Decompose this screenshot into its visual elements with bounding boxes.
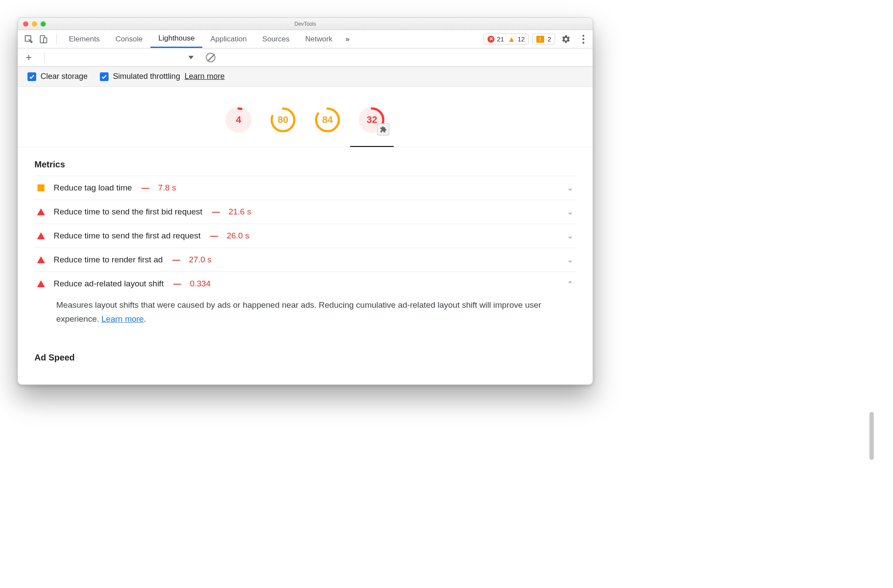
score-gauges: 4808432: [18, 87, 593, 147]
gauge-value: 4: [225, 107, 252, 133]
metrics-heading: Metrics: [34, 160, 576, 170]
adspeed-heading: Ad Speed: [34, 353, 576, 363]
tab-console[interactable]: Console: [108, 30, 150, 48]
metric-value: 21.6 s: [228, 207, 251, 217]
window-title: DevTools: [18, 21, 593, 27]
checkbox-checked-icon: [27, 72, 36, 81]
metric-label: Reduce tag load time: [54, 183, 132, 193]
gauge-value: 84: [314, 107, 341, 133]
triangle-red-icon: [37, 232, 45, 239]
triangle-red-icon: [37, 280, 45, 287]
more-options-button[interactable]: [577, 34, 590, 44]
main-tabs: ElementsConsoleLighthouseApplicationSour…: [18, 30, 593, 48]
metric-row[interactable]: Reduce time to send the first bid reques…: [34, 200, 576, 224]
clear-all-button[interactable]: [206, 53, 215, 62]
chevron-up-icon: ⌄: [567, 279, 573, 289]
clear-storage-checkbox[interactable]: Clear storage: [27, 72, 88, 81]
metric-value: 27.0 s: [189, 255, 211, 265]
console-issue-counts[interactable]: ✕ 21 ▲ 12: [484, 34, 528, 44]
tab-elements[interactable]: Elements: [61, 30, 108, 48]
metric-value: 0.334: [190, 279, 211, 289]
note-count: 2: [548, 35, 551, 43]
checkbox-checked-icon: [100, 72, 109, 81]
metric-label: Reduce ad-related layout shift: [54, 279, 164, 289]
window-minimize-button[interactable]: [32, 21, 37, 27]
clear-storage-label: Clear storage: [41, 72, 88, 81]
chevron-down-icon: ⌄: [567, 207, 573, 217]
report-content: Metrics Reduce tag load time—7.8 s⌄Reduc…: [18, 147, 593, 384]
metric-label: Reduce time to send the first bid reques…: [54, 207, 202, 217]
error-icon: ✕: [487, 36, 494, 43]
simulated-throttling-label: Simulated throttling: [113, 72, 180, 81]
settings-button[interactable]: [556, 34, 576, 44]
chevron-down-icon: ⌄: [567, 231, 573, 241]
new-report-button[interactable]: +: [23, 51, 34, 64]
tab-sources[interactable]: Sources: [255, 30, 297, 48]
plugin-icon: [377, 123, 389, 136]
note-icon: !: [536, 36, 544, 43]
svg-point-5: [583, 41, 584, 43]
score-gauge-3[interactable]: 32: [359, 107, 385, 133]
metric-row[interactable]: Reduce time to render first ad—27.0 s⌄: [34, 248, 576, 272]
window-close-button[interactable]: [23, 21, 28, 27]
svg-rect-2: [44, 37, 47, 43]
devtools-window: DevTools ElementsConsoleLighthouseApplic…: [17, 17, 593, 385]
tab-application[interactable]: Application: [202, 30, 254, 48]
tab-network[interactable]: Network: [297, 30, 340, 48]
toolbar-divider: [56, 34, 57, 44]
chevron-down-icon: ⌄: [567, 183, 573, 193]
metric-row[interactable]: Reduce time to send the first ad request…: [34, 224, 576, 248]
svg-point-3: [583, 34, 584, 36]
lighthouse-toolbar: +: [18, 48, 593, 67]
scrollbar-thumb[interactable]: [869, 412, 874, 460]
metric-label: Reduce time to render first ad: [54, 255, 163, 265]
metric-learn-more-link[interactable]: Learn more: [102, 314, 144, 323]
issues-badge[interactable]: ! 2: [532, 34, 555, 44]
metric-label: Reduce time to send the first ad request: [54, 231, 201, 241]
more-tabs-button[interactable]: »: [341, 35, 354, 44]
lighthouse-options: Clear storage Simulated throttling Learn…: [18, 67, 593, 87]
window-titlebar: DevTools: [18, 18, 593, 30]
warning-count: 12: [518, 35, 525, 43]
score-gauge-1[interactable]: 80: [270, 107, 296, 133]
chevron-down-icon: ⌄: [567, 255, 573, 265]
inspect-icon[interactable]: [24, 34, 34, 44]
svg-point-4: [583, 38, 584, 40]
gauge-value: 80: [270, 107, 296, 133]
metric-row[interactable]: Reduce tag load time—7.8 s⌄: [34, 176, 576, 200]
learn-more-link[interactable]: Learn more: [184, 72, 225, 81]
report-dropdown[interactable]: [54, 56, 194, 59]
error-count: 21: [497, 35, 504, 43]
square-orange-icon: [37, 184, 44, 191]
dropdown-caret-icon: [188, 56, 194, 59]
metric-value: 26.0 s: [227, 231, 249, 241]
score-gauge-0[interactable]: 4: [225, 107, 252, 133]
simulated-throttling-checkbox[interactable]: Simulated throttling Learn more: [100, 72, 225, 81]
score-gauge-2[interactable]: 84: [314, 107, 341, 133]
metric-description: Measures layout shifts that were caused …: [34, 296, 576, 337]
triangle-red-icon: [37, 208, 45, 215]
triangle-red-icon: [37, 256, 45, 263]
metric-row[interactable]: Reduce ad-related layout shift—0.334⌄: [34, 272, 576, 296]
window-zoom-button[interactable]: [41, 21, 46, 27]
metric-value: 7.8 s: [158, 183, 176, 193]
tab-lighthouse[interactable]: Lighthouse: [150, 30, 202, 48]
device-toggle-icon[interactable]: [39, 34, 48, 44]
